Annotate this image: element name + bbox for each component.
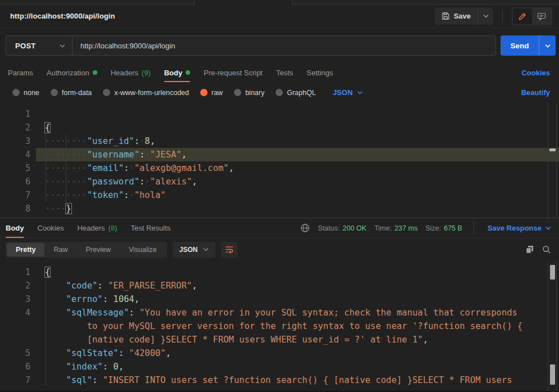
- scrollbar-marker[interactable]: [550, 364, 555, 385]
- url-input[interactable]: [72, 35, 496, 56]
- response-tab-cookies[interactable]: Cookies: [38, 218, 64, 238]
- body-mode-graphql[interactable]: GraphQL: [276, 89, 315, 97]
- scrollbar-marker[interactable]: [549, 148, 556, 151]
- code-line[interactable]: 5 "sqlState": "42000",: [0, 346, 559, 360]
- response-view-visualize[interactable]: Visualize: [120, 243, 166, 256]
- edit-button[interactable]: [513, 8, 532, 24]
- cookies-link[interactable]: Cookies: [521, 69, 550, 77]
- wrap-text-button[interactable]: [221, 242, 238, 258]
- inactive-tab-area-left[interactable]: [0, 0, 194, 4]
- code-line-text: "errno": 1064,: [36, 292, 559, 306]
- tab-label: Params: [8, 69, 33, 77]
- code-line-text: to your MySQL server version for the rig…: [36, 319, 559, 333]
- body-language-select[interactable]: JSON: [333, 88, 363, 97]
- code-line[interactable]: 3 "errno": 1064,: [0, 292, 559, 306]
- code-line[interactable]: 8····}: [0, 202, 559, 215]
- response-editor-scrollbar[interactable]: [548, 260, 557, 391]
- code-token: :: [124, 190, 129, 200]
- method-select[interactable]: POST: [6, 35, 72, 56]
- code-line[interactable]: 4 "sqlMessage": "You have an error in yo…: [0, 306, 559, 319]
- save-label: Save: [454, 12, 471, 20]
- divider: [502, 10, 503, 22]
- code-line[interactable]: 3········"user_id":·8,: [0, 134, 559, 148]
- request-tab-settings[interactable]: Settings: [306, 63, 333, 82]
- comment-button[interactable]: [532, 8, 551, 24]
- code-line[interactable]: 7 "sql": "INSERT INTO users set ?functio…: [0, 373, 559, 387]
- code-token: "JESA": [150, 150, 182, 160]
- request-title: http://localhost:9000/api/login: [10, 12, 115, 20]
- response-tab-test-results[interactable]: Test Results: [131, 218, 171, 238]
- code-token: "user_id": [87, 136, 134, 146]
- code-token: ,: [119, 362, 124, 372]
- beautify-link[interactable]: Beautify: [521, 88, 550, 97]
- code-line-text: {: [36, 265, 559, 279]
- response-view-pretty[interactable]: Pretty: [7, 243, 44, 256]
- code-token: [97, 375, 102, 385]
- send-button[interactable]: Send: [501, 35, 539, 56]
- save-button[interactable]: Save: [435, 8, 477, 25]
- chevron-down-icon: [546, 226, 551, 230]
- size-badge[interactable]: Size: 675 B: [425, 224, 462, 232]
- request-tab-authorization[interactable]: Authorization: [47, 63, 97, 82]
- response-body-editor[interactable]: 1{2 "code": "ER_PARSE_ERROR",3 "errno": …: [0, 260, 559, 391]
- code-line[interactable]: 7········"token":·"hola": [0, 188, 559, 202]
- save-options-button[interactable]: [477, 8, 493, 25]
- save-response-button[interactable]: Save Response: [488, 224, 551, 232]
- response-view-raw[interactable]: Raw: [44, 243, 76, 256]
- code-token: "You have an error in your SQL syntax; c…: [139, 308, 517, 318]
- code-token: 0: [113, 362, 118, 372]
- active-tab-underline: [164, 81, 191, 82]
- code-line[interactable]: [native code] }SELECT * FROM users WHERE…: [0, 333, 559, 346]
- code-line-text: ····}: [36, 202, 559, 215]
- active-request-tab[interactable]: [194, 0, 292, 4]
- tab-label: Headers: [77, 224, 105, 232]
- request-editor-scrollbar[interactable]: [548, 103, 557, 218]
- body-mode-form-data[interactable]: form-data: [51, 89, 92, 97]
- status-badge[interactable]: Status: 200 OK: [318, 224, 366, 232]
- response-tab-headers[interactable]: Headers(8): [77, 218, 117, 238]
- code-line-text: ········"email":·"alexgb@gmail.com",: [36, 161, 559, 175]
- body-mode-raw[interactable]: raw: [200, 89, 223, 97]
- time-badge[interactable]: Time: 237 ms: [375, 224, 418, 232]
- response-view-preview[interactable]: Preview: [76, 243, 119, 256]
- code-token: [134, 308, 139, 318]
- code-token: [45, 375, 66, 385]
- request-tab-params[interactable]: Params: [8, 63, 33, 82]
- body-mode-none[interactable]: none: [12, 89, 39, 97]
- request-tab-headers[interactable]: Headers(9): [111, 63, 151, 82]
- radio-icon: [276, 89, 283, 96]
- request-tab-tests[interactable]: Tests: [276, 63, 293, 82]
- tab-label: Cookies: [38, 224, 64, 232]
- tab-count: (8): [109, 224, 118, 232]
- inactive-tab-area-right[interactable]: [292, 0, 559, 4]
- code-token: ·: [129, 190, 134, 200]
- send-options-button[interactable]: [539, 35, 556, 56]
- code-token: "token": [87, 190, 124, 200]
- code-line[interactable]: 5········"email":·"alexgb@gmail.com",: [0, 161, 559, 175]
- code-line[interactable]: 2 "code": "ER_PARSE_ERROR",: [0, 279, 559, 292]
- line-number: 1: [0, 265, 36, 279]
- code-line[interactable]: 2{: [0, 121, 559, 134]
- code-line[interactable]: 6 "index": 0,: [0, 360, 559, 373]
- code-line[interactable]: 6········"password":·"alexis",: [0, 175, 559, 188]
- copy-button[interactable]: [525, 245, 534, 254]
- request-tab-pre-request-script[interactable]: Pre-request Script: [204, 63, 263, 82]
- chevron-down-icon: [545, 44, 551, 48]
- body-mode-binary[interactable]: binary: [234, 89, 264, 97]
- request-tabs: ParamsAuthorizationHeaders(9)BodyPre-req…: [0, 63, 559, 82]
- body-mode-x-www-form-urlencoded[interactable]: x-www-form-urlencoded: [103, 89, 189, 97]
- search-icon[interactable]: [542, 245, 551, 254]
- request-tab-body[interactable]: Body: [164, 63, 191, 82]
- code-token: [45, 362, 66, 372]
- code-line[interactable]: 1: [0, 107, 559, 121]
- code-token: {: [45, 267, 50, 277]
- request-body-editor[interactable]: 12{3········"user_id":·8,4········"usern…: [0, 103, 559, 218]
- response-language-select[interactable]: JSON: [173, 242, 216, 258]
- code-line[interactable]: 1{: [0, 265, 559, 279]
- scrollbar-thumb[interactable]: [550, 265, 555, 280]
- response-tab-body[interactable]: Body: [6, 218, 24, 238]
- code-line[interactable]: 4········"username":·"JESA",: [0, 148, 559, 161]
- code-token: :: [124, 163, 129, 173]
- request-url-row: POST Send: [0, 28, 559, 63]
- code-line[interactable]: to your MySQL server version for the rig…: [0, 319, 559, 333]
